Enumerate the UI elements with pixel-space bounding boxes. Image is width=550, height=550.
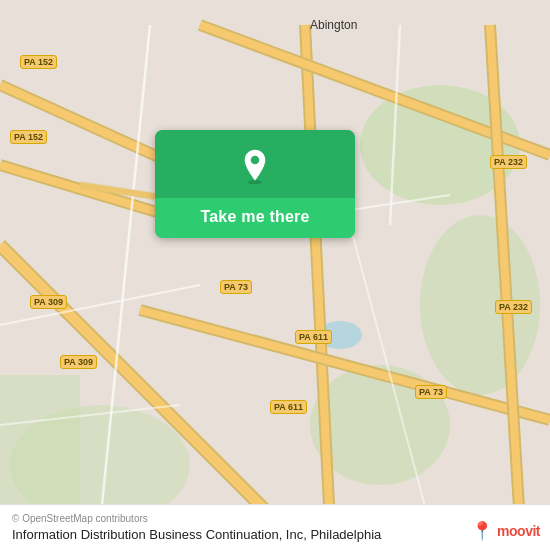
pin-area xyxy=(155,130,355,198)
route-badge-pa152-2: PA 152 xyxy=(10,130,47,144)
svg-point-31 xyxy=(251,156,260,165)
moovit-area: 📍 moovit xyxy=(471,520,540,542)
route-badge-pa611-2: PA 611 xyxy=(270,400,307,414)
take-me-there-label: Take me there xyxy=(155,198,355,238)
copyright-text: © OpenStreetMap contributors xyxy=(12,513,538,524)
route-badge-pa73-2: PA 73 xyxy=(415,385,447,399)
location-name: Information Distribution Business Contin… xyxy=(12,527,538,542)
route-badge-pa232-1: PA 232 xyxy=(490,155,527,169)
route-badge-pa309-2: PA 309 xyxy=(60,355,97,369)
map-container: Abington PA 152 PA 152 PA 309 PA 309 PA … xyxy=(0,0,550,550)
moovit-pin-icon: 📍 xyxy=(471,520,493,542)
route-badge-pa73-1: PA 73 xyxy=(220,280,252,294)
route-badge-pa611-1: PA 611 xyxy=(295,330,332,344)
take-me-there-button[interactable]: Take me there xyxy=(155,130,355,238)
location-pin-icon xyxy=(237,148,273,184)
route-badge-pa232-2: PA 232 xyxy=(495,300,532,314)
route-badge-pa152-1: PA 152 xyxy=(20,55,57,69)
route-badge-pa309-1: PA 309 xyxy=(30,295,67,309)
bottom-bar: © OpenStreetMap contributors Information… xyxy=(0,504,550,550)
moovit-logo: moovit xyxy=(497,523,540,539)
